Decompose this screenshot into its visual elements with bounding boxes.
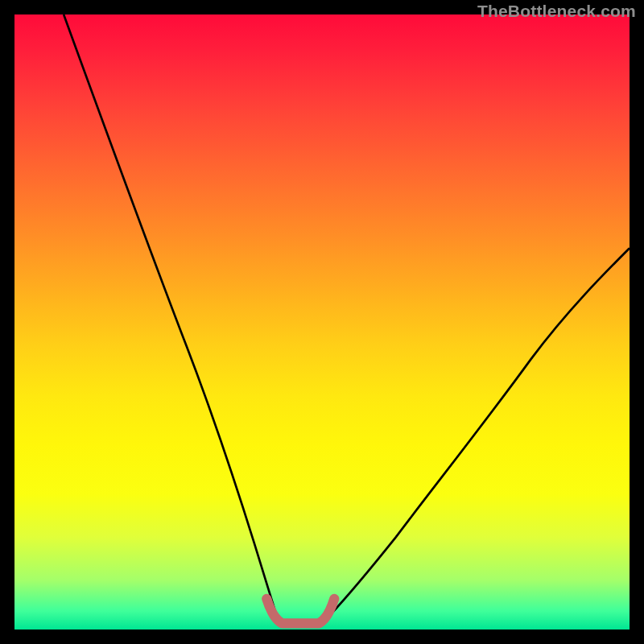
curve-left xyxy=(64,14,279,623)
watermark-text: TheBottleneck.com xyxy=(477,2,636,21)
chart-frame: TheBottleneck.com xyxy=(0,0,644,644)
curve-right xyxy=(322,248,630,623)
bracket-highlight xyxy=(266,599,334,624)
curves-svg xyxy=(14,14,630,630)
plot-area xyxy=(14,14,630,630)
